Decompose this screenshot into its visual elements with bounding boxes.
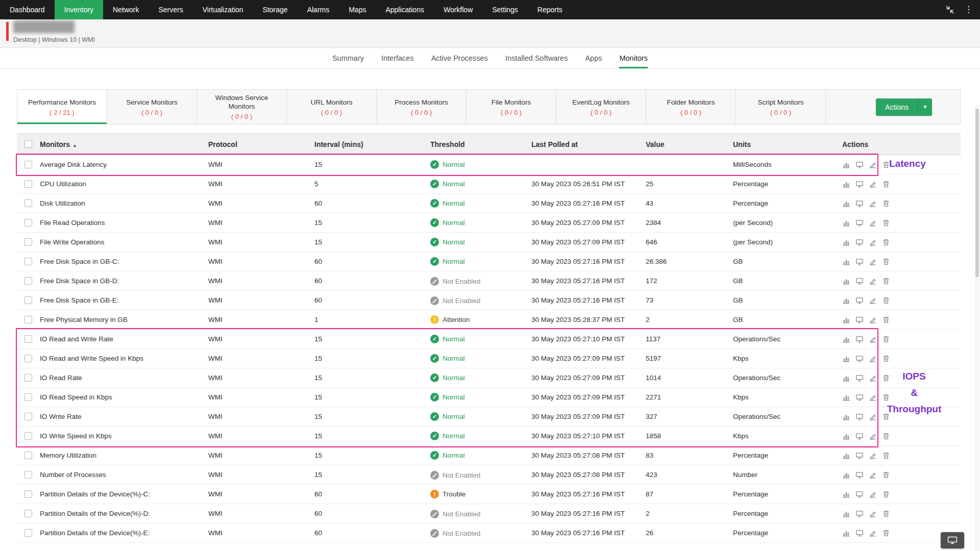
row-checkbox[interactable]	[24, 161, 32, 168]
column-header-interval[interactable]: Interval (mins)	[314, 140, 430, 148]
nav-item-maps[interactable]: Maps	[339, 0, 376, 19]
edit-icon[interactable]	[869, 374, 877, 382]
nav-item-storage[interactable]: Storage	[253, 0, 298, 19]
row-checkbox[interactable]	[24, 510, 32, 517]
bar-chart-icon[interactable]	[842, 374, 850, 382]
edit-icon[interactable]	[869, 199, 877, 208]
tab-monitors[interactable]: Monitors	[619, 48, 648, 68]
nav-item-servers[interactable]: Servers	[149, 0, 192, 19]
edit-icon[interactable]	[869, 296, 877, 305]
nav-item-alarms[interactable]: Alarms	[298, 0, 339, 19]
monitor-name[interactable]: Partition Details of the Device(%)-D:	[40, 510, 208, 517]
edit-icon[interactable]	[869, 413, 877, 421]
monitor-tab-file-monitors[interactable]: File Monitors( 0 / 0 )	[467, 90, 556, 124]
row-checkbox[interactable]	[24, 374, 32, 382]
edit-icon[interactable]	[869, 432, 877, 440]
actions-button-label[interactable]: Actions	[876, 98, 918, 116]
edit-icon[interactable]	[869, 258, 877, 266]
monitor-name[interactable]: Free Physical Memory in GB	[40, 316, 208, 323]
delete-icon[interactable]	[882, 355, 890, 363]
column-header-units[interactable]: Units	[733, 140, 828, 148]
edit-icon[interactable]	[869, 510, 877, 518]
row-checkbox[interactable]	[24, 335, 32, 343]
bar-chart-icon[interactable]	[842, 529, 850, 537]
monitor-tab-service-monitors[interactable]: Service Monitors( 0 / 0 )	[107, 90, 197, 124]
monitor-name[interactable]: Partition Details of the Device(%)-E:	[40, 529, 208, 537]
monitor-name[interactable]: IO Write Rate	[40, 413, 208, 420]
bar-chart-icon[interactable]	[842, 258, 850, 266]
delete-icon[interactable]	[882, 296, 890, 305]
monitor-icon[interactable]	[855, 413, 864, 421]
delete-icon[interactable]	[882, 510, 890, 518]
edit-icon[interactable]	[869, 238, 877, 246]
bar-chart-icon[interactable]	[842, 355, 850, 363]
row-checkbox[interactable]	[24, 277, 32, 285]
monitor-icon[interactable]	[855, 393, 864, 402]
bar-chart-icon[interactable]	[842, 413, 850, 421]
bar-chart-icon[interactable]	[842, 161, 850, 169]
row-checkbox[interactable]	[24, 219, 32, 227]
monitor-name[interactable]: File Write Operations	[40, 238, 208, 246]
monitor-name[interactable]: IO Read and Write Speed in Kbps	[40, 355, 208, 362]
bar-chart-icon[interactable]	[842, 238, 850, 246]
monitor-tab-eventlog-monitors[interactable]: EventLog Monitors( 0 / 0 )	[556, 90, 646, 124]
monitor-icon[interactable]	[855, 238, 864, 246]
bar-chart-icon[interactable]	[842, 316, 850, 324]
monitor-tab-folder-monitors[interactable]: Folder Monitors( 0 / 0 )	[646, 90, 736, 124]
row-checkbox[interactable]	[24, 316, 32, 323]
row-checkbox[interactable]	[24, 432, 32, 440]
sort-asc-icon[interactable]: ▲	[72, 143, 77, 148]
delete-icon[interactable]	[882, 277, 890, 285]
delete-icon[interactable]	[882, 432, 890, 440]
edit-icon[interactable]	[869, 490, 877, 498]
edit-icon[interactable]	[869, 471, 877, 479]
monitor-name[interactable]: IO Read and Write Rate	[40, 335, 208, 343]
column-header-monitors[interactable]: Monitors▲	[40, 140, 208, 148]
monitor-icon[interactable]	[855, 316, 864, 324]
bar-chart-icon[interactable]	[842, 199, 850, 208]
row-checkbox[interactable]	[24, 258, 32, 265]
scrollbar-thumb[interactable]	[975, 109, 979, 277]
edit-icon[interactable]	[869, 219, 877, 227]
nav-item-workflow[interactable]: Workflow	[434, 0, 482, 19]
bar-chart-icon[interactable]	[842, 471, 850, 479]
actions-button[interactable]: Actions ▼	[876, 98, 932, 116]
row-checkbox[interactable]	[24, 490, 32, 498]
monitor-icon[interactable]	[855, 432, 864, 440]
delete-icon[interactable]	[882, 180, 890, 188]
chevron-down-icon[interactable]: ▼	[918, 98, 932, 116]
monitor-icon[interactable]	[855, 335, 864, 343]
row-checkbox[interactable]	[24, 413, 32, 420]
nav-item-reports[interactable]: Reports	[528, 0, 572, 19]
nav-item-network[interactable]: Network	[103, 0, 149, 19]
monitor-icon[interactable]	[855, 199, 864, 208]
edit-icon[interactable]	[869, 316, 877, 324]
tab-summary[interactable]: Summary	[332, 48, 364, 68]
edit-icon[interactable]	[869, 277, 877, 285]
monitor-icon[interactable]	[855, 277, 864, 285]
monitor-icon[interactable]	[855, 219, 864, 227]
bar-chart-icon[interactable]	[842, 432, 850, 440]
delete-icon[interactable]	[882, 219, 890, 227]
bar-chart-icon[interactable]	[842, 510, 850, 518]
nav-item-virtualization[interactable]: Virtualization	[193, 0, 253, 19]
monitor-name[interactable]: IO Read Speed in Kbps	[40, 393, 208, 401]
monitor-tab-script-monitors[interactable]: Script Monitors( 0 / 0 )	[736, 90, 826, 124]
edit-icon[interactable]	[869, 393, 877, 402]
monitor-icon[interactable]	[855, 529, 864, 537]
select-all-checkbox[interactable]	[24, 140, 32, 148]
delete-icon[interactable]	[882, 529, 890, 537]
bar-chart-icon[interactable]	[842, 335, 850, 343]
column-header-threshold[interactable]: Threshold	[430, 140, 531, 148]
row-checkbox[interactable]	[24, 199, 32, 207]
edit-icon[interactable]	[869, 335, 877, 343]
nav-item-settings[interactable]: Settings	[482, 0, 528, 19]
nav-item-applications[interactable]: Applications	[376, 0, 434, 19]
monitor-name[interactable]: IO Read Rate	[40, 374, 208, 382]
edit-icon[interactable]	[869, 355, 877, 363]
monitor-name[interactable]: Number of Processes	[40, 471, 208, 479]
edit-icon[interactable]	[869, 161, 877, 169]
monitor-name[interactable]: IO Write Speed in Kbps	[40, 432, 208, 440]
bar-chart-icon[interactable]	[842, 452, 850, 460]
delete-icon[interactable]	[882, 471, 890, 479]
